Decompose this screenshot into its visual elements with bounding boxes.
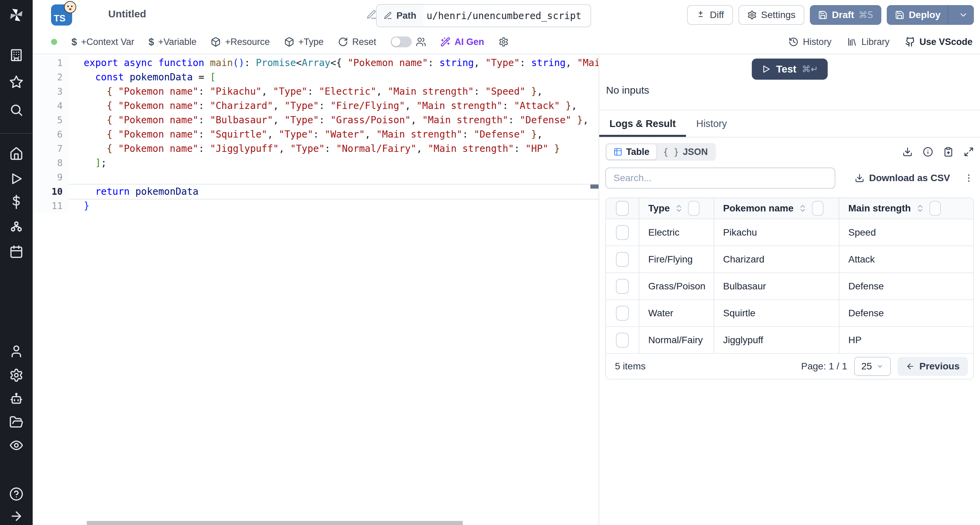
assistant-toggle[interactable]	[391, 37, 412, 47]
sort-icon[interactable]	[798, 204, 807, 213]
column-pill[interactable]	[812, 201, 824, 216]
resources-icon[interactable]	[9, 221, 24, 235]
download-icon	[855, 173, 864, 183]
column-header[interactable]: Pokemon name	[714, 198, 839, 219]
tab-logs-result[interactable]: Logs & Result	[599, 110, 686, 137]
no-inputs-label: No inputs	[606, 85, 649, 96]
path-widget[interactable]: Path u/henri/unencumbered_script	[376, 4, 591, 27]
deploy-dropdown-button[interactable]	[953, 5, 974, 25]
add-variable-button[interactable]: $+Variable	[148, 37, 196, 48]
expand-sidebar-icon[interactable]	[9, 509, 24, 523]
table-cell: HP	[839, 327, 973, 353]
draft-button[interactable]: Draft ⌘S	[810, 5, 881, 25]
row-checkbox[interactable]	[616, 333, 629, 348]
use-vscode-button[interactable]: Use VScode	[905, 37, 972, 47]
table-cell: Defense	[839, 273, 973, 299]
code-line[interactable]: return pokemonData	[69, 185, 598, 199]
variables-icon[interactable]	[9, 195, 24, 209]
code-editor[interactable]: 1234567891011 export async function main…	[33, 55, 598, 525]
code-line[interactable]: }	[69, 199, 598, 213]
add-context-var-button[interactable]: $+Context Var	[72, 37, 134, 48]
settings-button[interactable]: Settings	[738, 5, 804, 25]
sort-icon[interactable]	[675, 204, 683, 213]
code-line[interactable]: { "Pokemon name": "Bulbasaur", "Type": "…	[69, 113, 598, 127]
diff-button[interactable]: Diff	[687, 5, 733, 25]
edit-path-pencil-icon	[383, 11, 392, 20]
copy-to-clipboard-icon[interactable]	[943, 147, 953, 157]
reset-button[interactable]: Reset	[338, 37, 376, 47]
tab-history[interactable]: History	[686, 110, 737, 137]
select-all-checkbox[interactable]	[616, 201, 629, 216]
workers-icon[interactable]	[9, 392, 24, 406]
code-line[interactable]: { "Pokemon name": "Pikachu", "Type": "El…	[69, 85, 598, 99]
folders-icon[interactable]	[9, 415, 24, 429]
row-checkbox[interactable]	[616, 279, 629, 294]
info-icon[interactable]	[923, 147, 933, 157]
windmill-logo-icon[interactable]	[8, 6, 25, 25]
table-cell: Fire/Flying	[639, 246, 714, 272]
table-row[interactable]: Fire/FlyingCharizardAttack	[606, 246, 973, 273]
library-button[interactable]: Library	[847, 37, 889, 47]
draft-shortcut: ⌘S	[859, 10, 873, 20]
editor-settings-gear-icon[interactable]	[498, 37, 509, 47]
download-result-icon[interactable]	[902, 147, 913, 157]
deploy-button[interactable]: Deploy	[887, 5, 974, 25]
code-line[interactable]: { "Pokemon name": "Squirtle", "Type": "W…	[69, 127, 598, 142]
users-icon[interactable]	[9, 344, 24, 359]
table-row[interactable]: WaterSquirtleDefense	[606, 300, 973, 327]
runs-icon[interactable]	[9, 172, 24, 186]
chevron-down-icon	[877, 363, 883, 370]
result-panel-body: Table { } JSON	[599, 137, 980, 380]
code-line[interactable]: { "Pokemon name": "Charizard", "Type": "…	[69, 99, 598, 113]
sort-icon[interactable]	[916, 204, 924, 213]
previous-page-button[interactable]: Previous	[898, 357, 968, 376]
code-line[interactable]: const pokemonData = [	[69, 70, 598, 85]
settings-icon[interactable]	[9, 368, 24, 382]
history-button[interactable]: History	[788, 37, 831, 47]
table-row[interactable]: Grass/PoisonBulbasaurDefense	[606, 273, 973, 300]
add-type-button[interactable]: +Type	[284, 37, 324, 47]
editor-toolbar: $+Context Var $+Variable +Resource +Type…	[33, 30, 980, 54]
typescript-badge-label: TS	[54, 13, 66, 24]
search-icon[interactable]	[9, 103, 24, 117]
table-row[interactable]: Normal/FairyJigglypuffHP	[606, 327, 973, 354]
table-cell: Bulbasaur	[714, 273, 839, 299]
table-cell: Jigglypuff	[714, 327, 839, 353]
row-checkbox[interactable]	[616, 252, 629, 267]
home-icon[interactable]	[9, 147, 24, 161]
code-line[interactable]: export async function main(): Promise<Ar…	[69, 56, 598, 70]
workspace-icon[interactable]	[9, 48, 24, 62]
column-pill[interactable]	[929, 201, 941, 216]
ai-gen-button[interactable]: AI Gen	[440, 37, 484, 47]
edit-title-pencil-icon[interactable]	[366, 9, 377, 20]
column-header[interactable]: Main strength	[839, 198, 973, 219]
favorites-icon[interactable]	[9, 75, 24, 89]
path-label: Path	[396, 11, 417, 21]
test-button[interactable]: Test ⌘↵	[752, 59, 827, 80]
table-menu-kebab-icon[interactable]	[964, 173, 974, 183]
download-as-csv-button[interactable]: Download as CSV	[855, 172, 950, 184]
add-resource-button[interactable]: +Resource	[211, 37, 269, 47]
row-checkbox[interactable]	[616, 225, 629, 240]
audit-logs-icon[interactable]	[9, 438, 24, 453]
code-line[interactable]	[69, 170, 598, 185]
view-toggle-table[interactable]: Table	[607, 144, 656, 160]
github-icon	[905, 37, 915, 47]
page-size-select[interactable]: 25	[854, 357, 891, 376]
view-toggle-json[interactable]: { } JSON	[656, 144, 715, 160]
table-cell: Water	[639, 300, 714, 326]
expand-result-icon[interactable]	[964, 147, 974, 157]
row-checkbox[interactable]	[616, 306, 629, 321]
table-row[interactable]: ElectricPikachuSpeed	[606, 219, 973, 246]
left-sidebar	[0, 0, 33, 525]
column-pill[interactable]	[688, 201, 700, 216]
column-header[interactable]: Type	[639, 198, 714, 219]
topbar-actions: Diff Settings Draft ⌘S Deploy	[687, 5, 974, 25]
schedules-icon[interactable]	[9, 245, 24, 259]
help-icon[interactable]	[9, 487, 24, 501]
search-input[interactable]	[605, 168, 835, 188]
editor-horizontal-scrollbar[interactable]	[87, 521, 463, 525]
table-cell: Squirtle	[714, 300, 839, 326]
code-line[interactable]: ];	[69, 156, 598, 170]
code-line[interactable]: { "Pokemon name": "Jigglypuff", "Type": …	[69, 142, 598, 156]
